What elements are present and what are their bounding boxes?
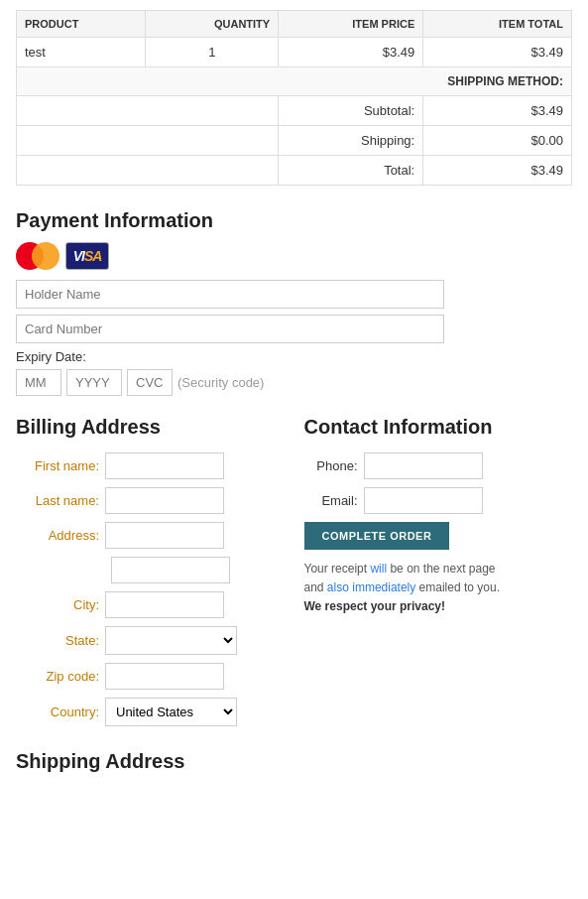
expiry-label: Expiry Date:	[16, 349, 572, 364]
receipt-will-highlight: will	[370, 562, 387, 576]
zip-input[interactable]	[105, 663, 224, 690]
address-input-1[interactable]	[105, 522, 224, 549]
billing-contact-columns: Billing Address First name: Last name: A…	[16, 416, 572, 734]
expiry-fields: (Security code)	[16, 369, 572, 396]
last-name-label: Last name:	[16, 493, 105, 508]
email-input[interactable]	[364, 487, 483, 514]
shipping-address-title: Shipping Address	[16, 750, 572, 773]
address-label: Address:	[16, 528, 105, 543]
product-item-total: $3.49	[423, 38, 572, 67]
email-row: Email:	[304, 487, 573, 514]
visa-text: VISA	[73, 248, 102, 264]
address-input-2[interactable]	[111, 557, 230, 583]
shipping-method-row: SHIPPING METHOD:	[17, 67, 572, 96]
contact-title: Contact Information	[304, 416, 573, 439]
receipt-text: Your receipt will be on the next pageand…	[304, 560, 573, 617]
country-row: Country: United States Canada United Kin…	[16, 698, 285, 726]
country-label: Country:	[16, 705, 105, 719]
table-row: test 1 $3.49 $3.49	[17, 38, 572, 67]
receipt-line1-part1: Your receipt	[304, 562, 371, 576]
col-header-item-price: ITEM PRICE	[279, 11, 423, 38]
subtotal-label: Subtotal:	[279, 96, 423, 126]
product-name: test	[17, 38, 146, 67]
last-name-row: Last name:	[16, 487, 285, 514]
security-code-text: (Security code)	[177, 375, 264, 390]
zip-row: Zip code:	[16, 663, 285, 690]
total-value: $3.49	[423, 156, 572, 186]
holder-name-input[interactable]	[16, 280, 444, 309]
col-header-item-total: ITEM TOTAL	[423, 11, 572, 38]
shipping-value: $0.00	[423, 126, 572, 156]
expiry-cvc-input[interactable]	[127, 369, 173, 396]
country-select[interactable]: United States Canada United Kingdom	[105, 698, 237, 726]
billing-title: Billing Address	[16, 416, 285, 439]
email-label: Email:	[304, 493, 364, 508]
order-table: PRODUCT QUANTITY ITEM PRICE ITEM TOTAL t…	[16, 10, 572, 186]
col-header-product: PRODUCT	[17, 11, 146, 38]
shipping-method-label: SHIPPING METHOD:	[17, 67, 572, 96]
col-header-quantity: QUANTITY	[146, 11, 279, 38]
address-row: Address:	[16, 522, 285, 549]
billing-section: Billing Address First name: Last name: A…	[16, 416, 285, 734]
payment-section: Payment Information VISA Expiry Date: (S…	[16, 209, 572, 396]
card-icons: VISA	[16, 242, 572, 270]
mastercard-icon	[16, 242, 59, 270]
receipt-immediately-highlight: immediately	[352, 580, 415, 594]
first-name-input[interactable]	[105, 452, 224, 479]
phone-input[interactable]	[364, 452, 483, 479]
receipt-privacy: We respect your privacy!	[304, 599, 446, 613]
phone-label: Phone:	[304, 458, 364, 473]
card-number-input[interactable]	[16, 315, 444, 343]
subtotal-value: $3.49	[423, 96, 572, 126]
expiry-yyyy-input[interactable]	[66, 369, 122, 396]
subtotal-row: Subtotal: $3.49	[17, 96, 572, 126]
shipping-row: Shipping: $0.00	[17, 126, 572, 156]
city-row: City:	[16, 591, 285, 618]
city-label: City:	[16, 597, 105, 612]
mc-yellow-circle	[32, 242, 59, 270]
phone-row: Phone:	[304, 452, 573, 479]
receipt-also-highlight: also	[327, 580, 349, 594]
state-label: State:	[16, 633, 105, 648]
total-row: Total: $3.49	[17, 156, 572, 186]
visa-icon: VISA	[65, 242, 109, 270]
city-input[interactable]	[105, 591, 224, 618]
expiry-mm-input[interactable]	[16, 369, 61, 396]
contact-section: Contact Information Phone: Email: COMPLE…	[304, 416, 573, 734]
first-name-row: First name:	[16, 452, 285, 479]
state-row: State: Alabama Alaska Arizona California…	[16, 626, 285, 655]
last-name-input[interactable]	[105, 487, 224, 514]
complete-order-button[interactable]: COMPLETE ORDER	[304, 522, 450, 550]
receipt-line2-part2: emailed to you.	[415, 580, 500, 594]
address-line2-row	[16, 557, 285, 583]
product-quantity: 1	[146, 38, 279, 67]
product-item-price: $3.49	[279, 38, 423, 67]
zip-label: Zip code:	[16, 669, 105, 684]
state-select[interactable]: Alabama Alaska Arizona California New Yo…	[105, 626, 237, 655]
payment-title: Payment Information	[16, 209, 572, 232]
shipping-label: Shipping:	[279, 126, 423, 156]
total-label: Total:	[279, 156, 423, 186]
first-name-label: First name:	[16, 458, 105, 473]
